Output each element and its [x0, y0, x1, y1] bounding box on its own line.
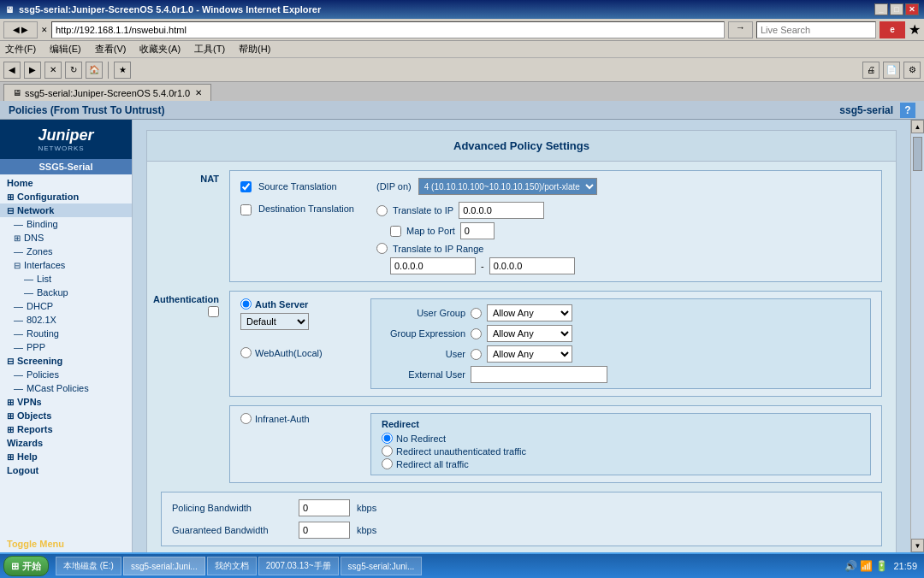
auth-server-radio[interactable] — [240, 298, 252, 310]
sidebar-item-help[interactable]: ⊞ Help — [0, 450, 132, 463]
close-button[interactable]: ✕ — [905, 3, 919, 15]
plus-icon-screen: ⊟ — [7, 357, 14, 366]
map-port-input[interactable] — [460, 222, 495, 239]
sidebar-item-reports[interactable]: ⊞ Reports — [0, 422, 132, 436]
range-from-input[interactable] — [390, 257, 476, 274]
range-to-input[interactable] — [489, 257, 575, 274]
guaranteed-unit: kbps — [357, 525, 376, 535]
sidebar-item-network[interactable]: ⊟ Network — [0, 203, 132, 217]
sidebar-item-binding[interactable]: — Binding — [0, 217, 132, 231]
infranet-radio[interactable] — [240, 413, 252, 424]
sidebar-item-dhcp[interactable]: — DHCP — [0, 299, 132, 313]
refresh-button[interactable]: ✕ — [41, 26, 48, 34]
taskbar-item-manual[interactable]: 2007.03.13~手册 — [258, 557, 339, 575]
user-group-radio[interactable] — [471, 308, 482, 319]
translate-ip-radio[interactable] — [376, 205, 388, 216]
sidebar-item-backup[interactable]: — Backup — [0, 286, 132, 299]
maximize-button[interactable]: □ — [890, 3, 903, 15]
taskbar-item-docs[interactable]: 我的文档 — [207, 557, 257, 575]
sidebar-item-8021x[interactable]: — 802.1X — [0, 313, 132, 327]
dash-icon2: — — [14, 246, 23, 257]
toolbar-tools2[interactable]: ⚙ — [903, 62, 921, 79]
dest-translation-checkbox[interactable] — [240, 204, 252, 215]
browser-tab[interactable]: 🖥 ssg5-serial:Juniper-ScreenOS 5.4.0r1.0… — [3, 84, 211, 101]
sidebar-item-list[interactable]: — List — [0, 272, 132, 286]
sidebar-item-routing[interactable]: — Routing — [0, 327, 132, 340]
user-select[interactable]: Allow Any — [487, 345, 572, 363]
external-user-input[interactable] — [471, 366, 607, 383]
logo-text: Juniper — [38, 127, 93, 144]
menu-file[interactable]: 文件(F) — [5, 43, 36, 56]
sidebar-item-vpns[interactable]: ⊞ VPNs — [0, 395, 132, 409]
sidebar-item-mcast[interactable]: — MCast Policies — [0, 381, 132, 395]
menu-favorites[interactable]: 收藏夹(A) — [139, 43, 181, 56]
sidebar-item-zones[interactable]: — Zones — [0, 245, 132, 258]
toggle-menu-button[interactable]: Toggle Menu — [0, 535, 132, 552]
dest-translation-label: Destination Translation — [258, 203, 370, 214]
guaranteed-label: Guaranteed Bandwidth — [172, 525, 292, 535]
menu-edit[interactable]: 编辑(E) — [50, 43, 81, 56]
taskbar-item-ssg2[interactable]: ssg5-serial:Juni... — [341, 557, 423, 575]
address-bar[interactable]: http://192.168.1.1/nswebui.html — [51, 21, 725, 38]
auth-server-select[interactable]: Default — [240, 313, 309, 330]
scroll-thumb[interactable] — [913, 137, 922, 171]
sidebar-item-ppp[interactable]: — PPP — [0, 340, 132, 354]
user-group-select[interactable]: Allow Any — [487, 304, 572, 321]
sidebar-item-home[interactable]: Home — [0, 176, 132, 190]
map-port-checkbox[interactable] — [390, 226, 401, 237]
toolbar-page[interactable]: 📄 — [883, 62, 900, 79]
scroll-up-button[interactable]: ▲ — [911, 120, 924, 133]
menu-tools[interactable]: 工具(T) — [194, 43, 225, 56]
toolbar-home[interactable]: 🏠 — [86, 62, 103, 79]
translate-ip-input[interactable] — [459, 202, 544, 219]
sidebar-item-interfaces[interactable]: ⊟ Interfaces — [0, 258, 132, 272]
menu-help[interactable]: 帮助(H) — [239, 43, 270, 56]
taskbar-item-ssg1[interactable]: ssg5-serial:Juni... — [123, 557, 205, 575]
menu-view[interactable]: 查看(V) — [95, 43, 127, 56]
toolbar-forward[interactable]: ▶ — [24, 62, 41, 79]
group-expression-radio[interactable] — [471, 328, 482, 339]
redirect-unauth-radio[interactable] — [382, 445, 393, 457]
sidebar-item-wizards[interactable]: Wizards — [0, 436, 132, 450]
redirect-all-radio[interactable] — [382, 458, 393, 469]
sidebar-item-objects[interactable]: ⊞ Objects — [0, 409, 132, 422]
start-button[interactable]: ⊞ 开始 — [3, 556, 49, 576]
translate-range-radio[interactable] — [376, 243, 388, 254]
infranet-label: Infranet-Auth — [255, 414, 310, 424]
go-button[interactable]: → — [728, 21, 753, 38]
toolbar-print[interactable]: 🖨 — [862, 62, 880, 79]
sidebar-item-policies[interactable]: — Policies — [0, 368, 132, 381]
group-expression-select[interactable]: Allow Any — [487, 325, 572, 342]
toolbar-back[interactable]: ◀ — [3, 62, 21, 79]
sidebar-item-screening[interactable]: ⊟ Screening — [0, 354, 132, 368]
search-box[interactable] — [756, 21, 876, 38]
toolbar-stop[interactable]: ✕ — [44, 62, 62, 79]
backup-label: Backup — [37, 287, 68, 298]
auth-server-label: Auth Server — [255, 299, 308, 310]
search-input[interactable] — [761, 25, 872, 35]
dip-select[interactable]: 4 (10.10.10.100~10.10.10.150)/port-xlate — [418, 178, 597, 195]
sidebar-item-dns[interactable]: ⊞ DNS — [0, 231, 132, 245]
webauth-radio[interactable] — [240, 347, 252, 358]
device-name: ssg5-serial — [839, 104, 893, 116]
auth-checkbox[interactable] — [208, 306, 219, 317]
help-button[interactable]: ? — [900, 103, 915, 118]
guaranteed-input[interactable] — [299, 522, 350, 539]
sidebar-item-configuration[interactable]: ⊞ Configuration — [0, 190, 132, 203]
policing-input[interactable] — [299, 499, 350, 516]
settings-panel: Advanced Policy Settings NAT Source Tran… — [146, 130, 897, 552]
back-button[interactable]: ◀ ▶ — [3, 21, 38, 38]
minimize-button[interactable]: _ — [874, 3, 888, 15]
source-translation-checkbox[interactable] — [240, 181, 252, 192]
toolbar-refresh[interactable]: ↻ — [65, 62, 82, 79]
user-radio[interactable] — [471, 349, 482, 360]
main-area: Juniper NETWORKS SSG5-Serial Home ⊞ Conf… — [0, 120, 924, 552]
no-redirect-radio[interactable] — [382, 433, 393, 444]
interfaces-label: Interfaces — [24, 260, 65, 270]
tab-close-icon[interactable]: ✕ — [195, 88, 202, 97]
taskbar-item-disk[interactable]: 本地磁盘 (E:) — [56, 557, 121, 575]
favorites-star[interactable]: ★ — [909, 21, 921, 38]
toolbar-favorites[interactable]: ★ — [114, 62, 131, 79]
sidebar-item-logout[interactable]: Logout — [0, 463, 132, 477]
scroll-down-button[interactable]: ▼ — [911, 539, 924, 552]
